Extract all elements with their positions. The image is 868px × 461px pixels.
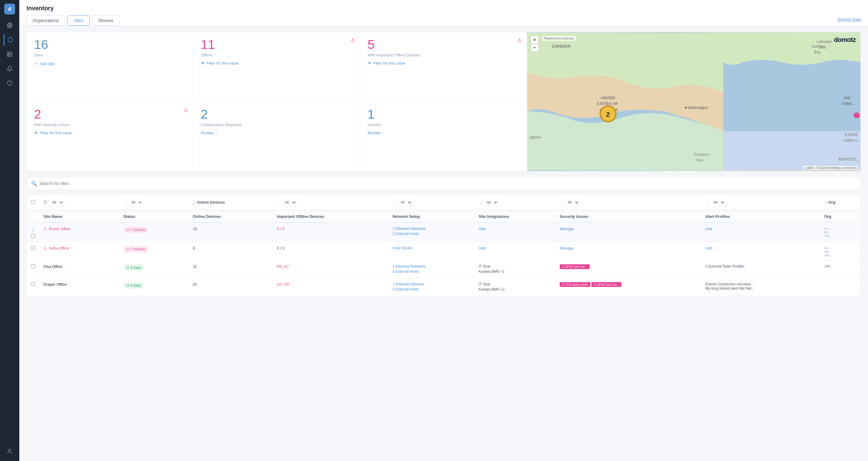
filter-icon-2: ▼ [367, 61, 371, 65]
svg-text:Sea: Sea [819, 45, 826, 50]
table-row: Draper Office › ⊙ 8 days 26 2 [27, 278, 861, 296]
tab-organizations[interactable]: Organizations [27, 16, 65, 26]
svg-text:2: 2 [606, 110, 610, 118]
header-actions: Organizations Sites Devices Refresh Data [27, 16, 861, 26]
pisa-offline-value: 69 / 87 [277, 264, 289, 269]
rome-manage-security[interactable]: Manage [560, 227, 574, 231]
pisa-office-name: Pisa Office [43, 264, 62, 269]
sort-icon-offline[interactable]: ↕ [278, 201, 280, 204]
integration-filter[interactable]: All [483, 199, 498, 206]
sofia-status-cell: ⊙ 7 months [119, 242, 188, 260]
pisa-office-link[interactable]: Pisa Office › [43, 264, 115, 269]
draper-it-glue: IT Glue [478, 282, 551, 286]
stat-inactive-label: Inactive [367, 122, 520, 127]
sort-icon-security[interactable]: ↕ [561, 201, 563, 204]
rome-add-integration[interactable]: Add [478, 227, 486, 231]
pisa-offline-devices: 69 / 87 [273, 260, 388, 278]
tab-devices[interactable]: Devices [92, 16, 120, 26]
sofia-view-details[interactable]: View Details [393, 246, 470, 250]
filter-security-action[interactable]: ▼ Filter for this value [34, 131, 186, 135]
stat-important-label: With Important Offline Devices [367, 53, 519, 57]
map-placeholder: CANADA Hudson Bay Labrador Sea UNITED ST… [527, 32, 861, 171]
sort-icon-name[interactable]: ↓ [66, 201, 68, 204]
sort-icon-org[interactable]: ↕ [826, 201, 827, 204]
sort-icon-status[interactable]: ↕ [124, 201, 126, 204]
list-icon: ☰ [43, 200, 47, 205]
pisa-network-2[interactable]: 5 External Hosts [393, 269, 470, 273]
network-col-header: Network Setup [388, 210, 474, 223]
map-zoom-in[interactable]: + [531, 36, 538, 44]
chevron-right-icon: › [216, 131, 217, 135]
sofia-office-link[interactable]: ⚠ Sofia Office › [43, 246, 115, 251]
pin-button[interactable]: ↑ [31, 227, 35, 233]
status-filter[interactable]: All [127, 199, 143, 206]
rome-office-name: Rome Office [49, 227, 70, 231]
stat-security: ⚠ 2 With Security Issues ▼ Filter for th… [27, 102, 193, 171]
sidebar-item-security[interactable] [4, 77, 16, 89]
stat-sites-label: Sites [34, 53, 186, 57]
draper-office-link[interactable]: Draper Office › [43, 282, 115, 287]
sofia-checkbox[interactable] [31, 246, 35, 250]
svg-text:Labrador: Labrador [816, 39, 832, 44]
table-row: ↑ ⚠ Rome Office › [27, 223, 861, 242]
offline-filter[interactable]: All [281, 199, 297, 206]
search-input[interactable] [39, 181, 856, 186]
tab-sites[interactable]: Sites [67, 16, 90, 26]
refresh-data-link[interactable]: Refresh Data [838, 17, 861, 22]
pisa-checkbox[interactable] [31, 264, 35, 268]
col-integration: ↕ All Site Integrations [474, 195, 555, 210]
col-site-name: ☰ All ↓ Site Name [39, 195, 119, 210]
col-online-label: Online Devices [197, 200, 225, 205]
rome-network-1[interactable]: 2 Attached Networks [393, 227, 470, 231]
alerts-filter[interactable]: All [710, 199, 725, 206]
sofia-add-alert[interactable]: Add [705, 246, 712, 251]
sofia-manage-security[interactable]: Manage [560, 246, 574, 251]
pisa-networks: 2 Attached Networks 5 External Hosts [388, 260, 474, 278]
svg-rect-2 [7, 52, 12, 57]
select-all-checkbox[interactable] [31, 200, 35, 204]
rome-network-2[interactable]: 2 External Hosts [393, 232, 470, 236]
sort-icon-integration[interactable]: ↕ [480, 201, 482, 204]
status-col-header: Status [119, 210, 188, 223]
rome-online-devices: 18 [188, 223, 273, 242]
sidebar-item-table[interactable] [4, 48, 16, 60]
sidebar-item-globe[interactable] [4, 19, 16, 31]
map-zoom-out[interactable]: − [531, 44, 538, 52]
map-controls: + − [531, 36, 538, 52]
site-name-cell: ⚠ Rome Office › [39, 223, 119, 242]
row-checkbox[interactable] [31, 234, 35, 238]
svg-text:KING...: KING... [842, 102, 855, 106]
app-logo[interactable]: d [4, 4, 15, 15]
draper-network-1[interactable]: 1 Attached Network [393, 282, 470, 286]
sofia-security: Manage [555, 242, 701, 260]
sidebar-item-user[interactable] [4, 445, 16, 457]
pisa-network-1[interactable]: 2 Attached Networks [393, 264, 470, 268]
clock-icon-draper: ⊙ [126, 283, 129, 288]
table-row: ⚠ Sofia Office › ⊙ 7 months 0 [27, 242, 861, 260]
sofia-alerts: Add [701, 242, 820, 260]
network-filter[interactable]: All [397, 199, 412, 206]
draper-network-2[interactable]: 5 External Hosts [393, 287, 470, 291]
alert-icon-offline: ⚠ [350, 37, 355, 44]
security-col-filter[interactable]: All [564, 199, 579, 206]
filter-important-action[interactable]: ▼ Filter for this value [367, 61, 519, 65]
pisa-org: Joh... [820, 260, 861, 278]
site-name-filter[interactable]: All [48, 199, 64, 206]
add-site-action[interactable]: ＋ Add Site [34, 61, 186, 66]
sort-icon-alerts[interactable]: ↕ [707, 201, 708, 204]
sidebar-item-alerts[interactable] [4, 63, 16, 75]
sofia-add-integration[interactable]: Add [478, 246, 486, 251]
svg-text:Bay: Bay [814, 50, 821, 54]
review-collab-action[interactable]: Review › [201, 131, 352, 135]
filter-offline-action[interactable]: ▼ Filter for this value [201, 61, 352, 65]
pisa-status-cell: ⊙ 8 days [119, 260, 188, 278]
empty-col [27, 210, 39, 223]
sidebar-item-inventory[interactable] [4, 34, 16, 46]
review-inactive-action[interactable]: Review › [367, 131, 520, 135]
draper-checkbox[interactable] [31, 282, 35, 286]
sort-icon-online[interactable]: ↕ [194, 201, 195, 204]
table-col-names-row: Site Name Status Online Devices Importan… [27, 210, 861, 223]
rome-office-link[interactable]: ⚠ Rome Office › [43, 227, 115, 231]
sort-icon-network[interactable]: ↕ [394, 201, 396, 204]
rome-add-alert[interactable]: Add [705, 227, 712, 231]
